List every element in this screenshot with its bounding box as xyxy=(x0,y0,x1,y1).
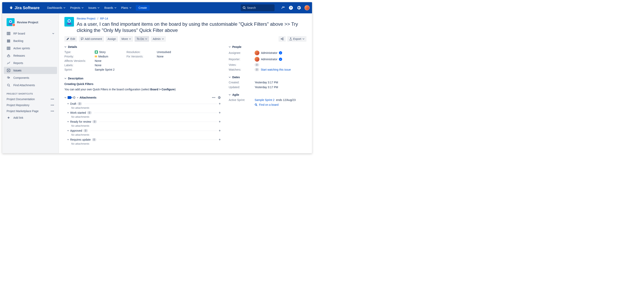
module-title: Details xyxy=(68,45,77,49)
no-attachments-text: No attachments xyxy=(64,142,221,145)
attachment-section-name: Requires update xyxy=(70,138,91,141)
sidebar: Review Project RP board Backlog Active s… xyxy=(2,13,59,153)
attachments-module: Attachments ••• Draft 0 + No attachments… xyxy=(64,96,221,145)
no-attachments-text: No attachments xyxy=(64,106,221,109)
jira-logo[interactable]: Jira Software xyxy=(9,6,40,10)
priority-medium-icon xyxy=(95,56,97,57)
svg-point-19 xyxy=(8,77,8,78)
sidebar-item-board[interactable]: RP board xyxy=(4,30,57,37)
svg-rect-11 xyxy=(7,41,10,41)
field-label: Updated: xyxy=(229,86,254,89)
svg-point-6 xyxy=(8,23,12,25)
create-button[interactable]: Create xyxy=(136,5,150,11)
pencil-icon xyxy=(66,38,69,40)
avatar xyxy=(254,57,260,62)
chevron-down-icon[interactable] xyxy=(67,139,69,140)
chevron-down-icon[interactable] xyxy=(229,94,231,95)
chart-icon xyxy=(6,61,10,65)
svg-rect-9 xyxy=(9,32,10,35)
info-icon[interactable]: i xyxy=(279,58,282,61)
sidebar-item-releases[interactable]: Releases xyxy=(4,52,57,59)
project-avatar[interactable] xyxy=(6,18,14,26)
shortcut-marketplace[interactable]: Project Marketplace Page••• xyxy=(4,108,57,114)
add-comment-button[interactable]: Add comment xyxy=(79,36,104,42)
sidebar-item-find-attachments[interactable]: Find Attachments xyxy=(4,82,57,89)
nav-projects[interactable]: Projects xyxy=(68,5,86,11)
field-label: Active Sprint: xyxy=(229,98,254,102)
chevron-down-icon[interactable] xyxy=(67,130,69,131)
nav-dashboards[interactable]: Dashboards xyxy=(45,5,68,11)
add-attachment-button[interactable]: + xyxy=(219,129,221,133)
plus-icon xyxy=(6,116,10,120)
chevron-down-icon[interactable] xyxy=(67,112,69,113)
chevron-down-icon xyxy=(52,33,54,34)
more-icon[interactable]: ••• xyxy=(51,98,54,101)
nav-boards[interactable]: Boards xyxy=(102,5,118,11)
breadcrumb-project[interactable]: Review Project xyxy=(77,17,95,20)
admin-button[interactable]: Admin xyxy=(151,36,166,42)
shortcut-documentation[interactable]: Project Documentation••• xyxy=(4,96,57,102)
chevron-down-icon[interactable] xyxy=(67,121,69,122)
sidebar-item-backlog[interactable]: Backlog xyxy=(4,37,57,45)
issues-icon xyxy=(6,68,10,72)
svg-rect-10 xyxy=(7,40,10,40)
chevron-down-icon xyxy=(114,7,116,8)
add-attachment-button[interactable]: + xyxy=(219,138,221,142)
shortcut-repository[interactable]: Project Repository••• xyxy=(4,102,57,108)
status-button[interactable]: To Do xyxy=(134,36,149,42)
project-icon xyxy=(66,19,72,25)
add-link-button[interactable]: Add link xyxy=(4,114,57,121)
sidebar-item-active-sprints[interactable]: Active sprints xyxy=(4,45,57,52)
video-icon[interactable] xyxy=(68,96,71,99)
sidebar-item-reports[interactable]: Reports xyxy=(4,60,57,67)
more-icon[interactable]: ••• xyxy=(51,104,54,107)
edit-button[interactable]: Edit xyxy=(64,36,77,42)
field-label: Affects Version/s: xyxy=(64,59,95,63)
search-box[interactable] xyxy=(241,5,274,11)
megaphone-icon[interactable] xyxy=(72,96,76,99)
add-attachment-button[interactable]: + xyxy=(219,120,221,124)
help-icon[interactable]: ? xyxy=(288,6,293,10)
breadcrumb-key[interactable]: RP-14 xyxy=(100,17,108,20)
field-label: Watchers: xyxy=(229,68,254,71)
chevron-down-icon[interactable] xyxy=(64,46,66,48)
field-label: Fix Version/s: xyxy=(126,55,157,58)
issue-view: Review Project / RP-14 As a user, I can … xyxy=(59,13,312,153)
more-icon[interactable]: ••• xyxy=(51,110,54,113)
top-nav: Jira Software Dashboards Projects Issues… xyxy=(2,2,312,13)
gear-icon[interactable] xyxy=(218,96,221,99)
find-on-board-link[interactable]: Find on a board xyxy=(259,103,278,106)
add-attachment-button[interactable]: + xyxy=(219,102,221,106)
settings-icon[interactable] xyxy=(296,6,301,10)
watch-link[interactable]: Start watching this issue xyxy=(261,68,291,71)
svg-line-30 xyxy=(256,105,257,106)
info-icon[interactable]: i xyxy=(279,51,282,55)
nav-issues[interactable]: Issues xyxy=(86,5,102,11)
sidebar-item-issues[interactable]: Issues xyxy=(4,67,57,74)
sidebar-item-components[interactable]: Components xyxy=(4,74,57,81)
agile-module: Agile Active Sprint:Sample Sprint 2 ends… xyxy=(229,93,306,106)
chevron-down-icon[interactable] xyxy=(64,97,66,98)
description-body: Creating Quick Filters You can add your … xyxy=(64,82,221,92)
chevron-down-icon[interactable] xyxy=(229,46,231,48)
chevron-down-icon[interactable] xyxy=(77,97,78,98)
share-button[interactable] xyxy=(278,36,286,42)
nav-plans[interactable]: Plans xyxy=(119,5,134,11)
more-button[interactable]: More xyxy=(120,36,133,42)
chevron-down-icon[interactable] xyxy=(64,78,66,79)
add-attachment-button[interactable]: + xyxy=(219,111,221,115)
ship-icon xyxy=(6,54,10,58)
user-avatar[interactable] xyxy=(304,5,310,10)
no-attachments-text: No attachments xyxy=(64,133,221,136)
more-icon[interactable]: ••• xyxy=(212,96,216,99)
export-button[interactable]: Export xyxy=(287,36,306,42)
chevron-down-icon[interactable] xyxy=(67,103,69,104)
notifications-icon[interactable] xyxy=(280,6,285,10)
sprint-link[interactable]: Sample Sprint 2 xyxy=(254,98,274,102)
chevron-down-icon[interactable] xyxy=(229,77,231,78)
svg-point-27 xyxy=(282,39,283,40)
sidebar-label: Backlog xyxy=(13,39,23,43)
assign-button[interactable]: Assign xyxy=(106,36,118,42)
search-input[interactable] xyxy=(247,6,272,9)
story-icon xyxy=(95,51,98,54)
